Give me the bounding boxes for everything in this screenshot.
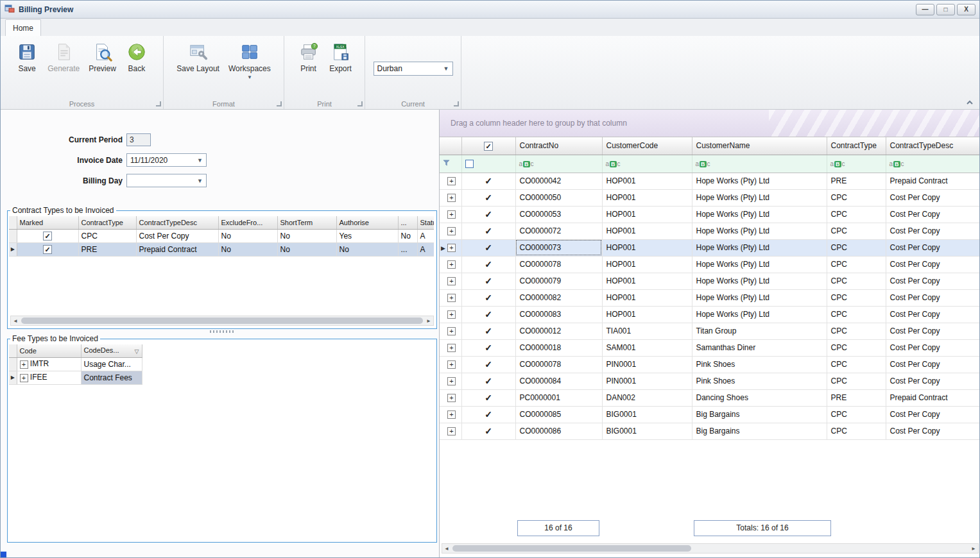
contract-cell[interactable]: No: [277, 242, 336, 256]
grid-cell[interactable]: Cost Per Copy: [886, 239, 980, 256]
grid-cell[interactable]: Hope Works (Pty) Ltd: [692, 223, 827, 239]
scroll-left-icon[interactable]: ◄: [11, 318, 20, 324]
workspaces-button[interactable]: Workspaces ▼: [225, 40, 274, 82]
preview-button[interactable]: Preview: [85, 40, 119, 76]
grid-cell[interactable]: PRE: [827, 389, 886, 406]
close-button[interactable]: X: [957, 4, 976, 15]
contract-cell[interactable]: A: [417, 242, 434, 256]
grid-cell[interactable]: Cost Per Copy: [886, 306, 980, 323]
expand-icon[interactable]: +: [447, 260, 456, 269]
expand-icon[interactable]: +: [447, 327, 456, 335]
grid-cell[interactable]: Cost Per Copy: [886, 339, 980, 356]
row-checkbox[interactable]: ✓: [485, 309, 492, 319]
row-checkbox[interactable]: ✓: [485, 393, 492, 403]
grid-cell[interactable]: CPC: [827, 356, 886, 373]
grid-cell[interactable]: CO0000012: [515, 323, 602, 339]
contract-cell[interactable]: No: [336, 242, 398, 256]
grid-cell[interactable]: CO0000082: [515, 289, 602, 306]
filter-cell-contractno[interactable]: aBc: [515, 155, 602, 173]
scroll-right-icon[interactable]: ►: [969, 546, 978, 552]
grid-cell[interactable]: Prepaid Contract: [886, 173, 980, 189]
column-header-customercode[interactable]: CustomerCode: [602, 137, 692, 155]
back-button[interactable]: Back: [122, 40, 151, 76]
grid-cell[interactable]: Cost Per Copy: [886, 223, 980, 239]
expand-icon[interactable]: +: [447, 394, 456, 402]
grid-cell[interactable]: Samanthas Diner: [692, 339, 827, 356]
row-checkbox[interactable]: ✓: [485, 226, 492, 236]
row-checkbox[interactable]: ✓: [485, 426, 492, 436]
grid-cell[interactable]: Hope Works (Pty) Ltd: [692, 206, 827, 223]
contract-row[interactable]: ▶✓PREPrepaid ContractNoNoNo...A: [9, 242, 434, 256]
grid-cell[interactable]: Big Bargains: [692, 406, 827, 423]
contract-cell[interactable]: ...: [398, 242, 417, 256]
grid-cell[interactable]: Hope Works (Pty) Ltd: [692, 189, 827, 206]
current-period-input[interactable]: 3: [126, 133, 151, 146]
expand-icon[interactable]: +: [447, 210, 456, 219]
invoice-date-combo[interactable]: 11/11/2020 ▼: [126, 153, 207, 167]
panel-splitter[interactable]: [7, 329, 437, 334]
grid-cell[interactable]: Hope Works (Pty) Ltd: [692, 306, 827, 323]
grid-cell[interactable]: CPC: [827, 206, 886, 223]
grid-row[interactable]: +✓CO0000053HOP001Hope Works (Pty) LtdCPC…: [440, 206, 980, 223]
grid-cell[interactable]: Cost Per Copy: [886, 189, 980, 206]
grid-cell[interactable]: HOP001: [602, 256, 692, 273]
collapse-ribbon-icon[interactable]: [965, 99, 974, 106]
expand-icon[interactable]: +: [447, 294, 456, 302]
filter-cell-customercode[interactable]: aBc: [602, 155, 692, 173]
grid-row[interactable]: +✓CO0000078PIN0001Pink ShoesCPCCost Per …: [440, 356, 980, 373]
grid-cell[interactable]: Prepaid Contract: [886, 389, 980, 406]
grid-cell[interactable]: Cost Per Copy: [886, 273, 980, 289]
grid-cell[interactable]: HOP001: [602, 289, 692, 306]
grid-cell[interactable]: HOP001: [602, 306, 692, 323]
grid-cell[interactable]: CPC: [827, 256, 886, 273]
group-launcher-icon[interactable]: [277, 101, 282, 106]
grid-cell[interactable]: TIA001: [602, 323, 692, 339]
expand-icon[interactable]: +: [447, 194, 456, 202]
grid-cell[interactable]: HOP001: [602, 206, 692, 223]
row-checkbox[interactable]: ✓: [485, 326, 492, 336]
expand-icon[interactable]: +: [447, 227, 456, 235]
grid-cell[interactable]: CO0000050: [515, 189, 602, 206]
grid-cell[interactable]: HOP001: [602, 239, 692, 256]
row-checkbox[interactable]: ✓: [485, 192, 492, 203]
grid-cell[interactable]: CPC: [827, 289, 886, 306]
column-header-customername[interactable]: CustomerName: [692, 137, 827, 155]
grid-cell[interactable]: CPC: [827, 306, 886, 323]
marked-checkbox[interactable]: ✓: [43, 232, 52, 241]
row-checkbox[interactable]: ✓: [485, 176, 492, 186]
grid-cell[interactable]: CO0000072: [515, 223, 602, 239]
contract-cell[interactable]: No: [277, 229, 336, 242]
grid-cell[interactable]: CO0000078: [515, 356, 602, 373]
export-button[interactable]: XLSX Export: [326, 40, 356, 76]
grid-row[interactable]: +✓CO0000084PIN0001Pink ShoesCPCCost Per …: [440, 373, 980, 389]
expand-icon[interactable]: +: [447, 310, 456, 319]
grid-cell[interactable]: DAN002: [602, 389, 692, 406]
grid-cell[interactable]: CPC: [827, 423, 886, 439]
expand-icon[interactable]: +: [447, 177, 456, 185]
column-header-code[interactable]: Code: [17, 344, 81, 357]
column-header-shortterm[interactable]: ShortTerm: [277, 216, 336, 229]
expand-icon[interactable]: +: [447, 427, 456, 435]
contract-cell[interactable]: Cost Per Copy: [136, 229, 218, 242]
grid-row[interactable]: ▶+✓CO0000073HOP001Hope Works (Pty) LtdCP…: [440, 239, 980, 256]
column-header-status[interactable]: Status: [417, 216, 434, 229]
billing-day-combo[interactable]: ▼: [126, 174, 207, 187]
grid-cell[interactable]: CPC: [827, 189, 886, 206]
row-checkbox[interactable]: ✓: [485, 342, 492, 353]
expand-icon[interactable]: +: [20, 360, 28, 369]
grid-cell[interactable]: PRE: [827, 173, 886, 189]
group-launcher-icon[interactable]: [454, 101, 459, 106]
contract-cell[interactable]: PRE: [78, 242, 136, 256]
fee-row[interactable]: + IMTRUsage Char...: [9, 357, 142, 371]
grid-cell[interactable]: PIN0001: [602, 373, 692, 389]
expand-icon[interactable]: +: [447, 360, 456, 369]
grid-cell[interactable]: Cost Per Copy: [886, 323, 980, 339]
grid-row[interactable]: +✓PC0000001DAN002Dancing ShoesPREPrepaid…: [440, 389, 980, 406]
marked-checkbox[interactable]: ✓: [43, 245, 52, 254]
grid-cell[interactable]: CPC: [827, 339, 886, 356]
expand-icon[interactable]: +: [447, 344, 456, 352]
column-header-contractno[interactable]: ContractNo: [515, 137, 602, 155]
grid-cell[interactable]: CO0000073: [515, 239, 602, 256]
row-checkbox[interactable]: ✓: [485, 292, 492, 303]
grid-row[interactable]: +✓CO0000085BIG0001Big BargainsCPCCost Pe…: [440, 406, 980, 423]
